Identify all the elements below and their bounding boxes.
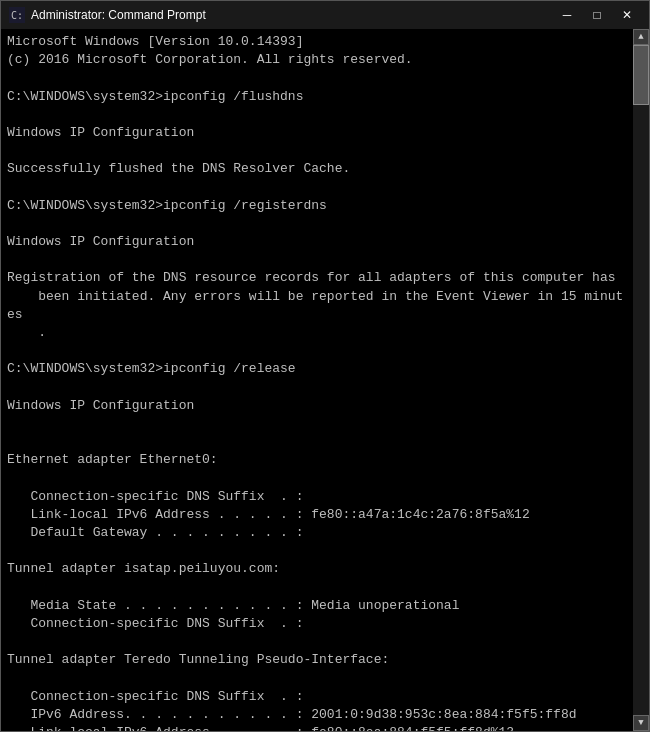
window-title: Administrator: Command Prompt [31,8,553,22]
scrollbar-thumb[interactable] [633,45,649,105]
console-area: Microsoft Windows [Version 10.0.14393] (… [1,29,649,731]
scroll-down-button[interactable]: ▼ [633,715,649,731]
scroll-up-button[interactable]: ▲ [633,29,649,45]
command-prompt-window: C: Administrator: Command Prompt ─ □ ✕ M… [0,0,650,732]
maximize-button[interactable]: □ [583,5,611,25]
close-button[interactable]: ✕ [613,5,641,25]
svg-text:C:: C: [11,10,23,21]
scrollbar-track[interactable] [633,45,649,715]
cmd-icon: C: [9,7,25,23]
scrollbar[interactable]: ▲ ▼ [633,29,649,731]
title-bar: C: Administrator: Command Prompt ─ □ ✕ [1,1,649,29]
console-output[interactable]: Microsoft Windows [Version 10.0.14393] (… [1,29,633,731]
title-bar-controls: ─ □ ✕ [553,5,641,25]
minimize-button[interactable]: ─ [553,5,581,25]
